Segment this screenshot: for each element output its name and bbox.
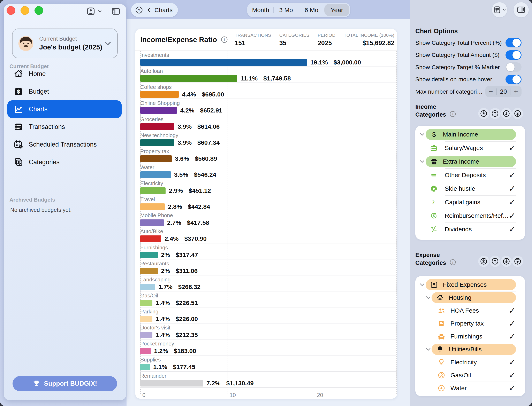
close-button[interactable] bbox=[7, 6, 15, 15]
help-icon[interactable]: ? bbox=[135, 6, 143, 14]
chart-row[interactable]: Doctor's visit 1.4% $212.35 bbox=[140, 324, 396, 340]
sidebar-item-categories[interactable]: Categories bbox=[7, 153, 122, 171]
chart-row[interactable]: Remainder 7.2% $1,130.49 bbox=[140, 372, 396, 388]
sidebar-item-charts[interactable]: Charts bbox=[7, 100, 122, 118]
expense-move-to-bottom-button[interactable] bbox=[478, 256, 489, 267]
bar bbox=[140, 252, 158, 258]
segment-month[interactable]: Month bbox=[248, 4, 273, 16]
stepper-decrement-button[interactable]: − bbox=[485, 88, 496, 96]
category-item-water[interactable]: Water ✓ bbox=[415, 382, 525, 394]
category-item-hoa-fees[interactable]: HOA Fees ✓ bbox=[415, 304, 525, 317]
app-window: Current Budget Joe's budget (2025) Curre… bbox=[0, 0, 532, 406]
category-group-utilities-bills[interactable]: Utilities/Bills bbox=[415, 343, 525, 356]
chart-row[interactable]: Auto/Bike 2.4% $370.90 bbox=[140, 227, 396, 243]
segment-3-mo[interactable]: 3 Mo bbox=[273, 4, 299, 16]
expense-move-up-button[interactable] bbox=[489, 256, 501, 267]
bar-amount-label: $268.32 bbox=[178, 283, 200, 290]
stepper-increment-button[interactable]: + bbox=[510, 88, 522, 96]
chart-row[interactable]: Landscaping 1.7% $268.32 bbox=[140, 276, 396, 291]
check-icon: ✓ bbox=[509, 370, 516, 380]
sidebar-item-transactions[interactable]: Transactions bbox=[7, 118, 122, 136]
category-group-pill[interactable]: Utilities/Bills bbox=[432, 344, 516, 355]
sidebar-item-budget[interactable]: $ Budget bbox=[7, 83, 122, 100]
chevron-down-icon[interactable] bbox=[419, 131, 425, 138]
category-group-main-income[interactable]: $ Main Income bbox=[415, 128, 525, 141]
info-icon[interactable]: i bbox=[450, 111, 456, 117]
bar-category-label: Supplies bbox=[140, 355, 396, 362]
chart-row[interactable]: Coffee shops 4.4% $695.00 bbox=[140, 83, 396, 99]
info-icon[interactable]: i bbox=[450, 259, 456, 266]
category-item-label: Furnishings bbox=[451, 333, 482, 340]
category-group-pill[interactable]: $ Main Income bbox=[426, 129, 516, 140]
bar bbox=[140, 348, 151, 354]
charts-back-pill[interactable]: ? Charts bbox=[131, 3, 178, 17]
chart-row[interactable]: Mobile Phone 2.7% $417.58 bbox=[140, 211, 396, 227]
toggle-show-category-total-amount-[interactable] bbox=[505, 50, 522, 60]
category-item-label: Property tax bbox=[451, 320, 484, 327]
toggle-right-panel-button[interactable] bbox=[514, 2, 529, 17]
income-move-up-button[interactable] bbox=[489, 108, 501, 119]
category-item-side-hustle[interactable]: Side hustle ✓ bbox=[415, 182, 525, 196]
chevron-down-icon[interactable] bbox=[419, 159, 425, 165]
category-group-pill[interactable]: Housing bbox=[432, 292, 516, 303]
chart-row[interactable]: Electricity 2.9% $451.12 bbox=[140, 179, 396, 195]
income-move-to-top-button[interactable] bbox=[512, 108, 523, 119]
segment-year[interactable]: Year bbox=[324, 4, 349, 16]
category-item-property-tax[interactable]: Property tax ✓ bbox=[415, 317, 525, 330]
view-options-button[interactable] bbox=[492, 2, 507, 17]
bar-amount-label: $3,000.00 bbox=[333, 59, 361, 66]
category-item-reimbursements-ref-[interactable]: $ Reimbursements/Ref… ✓ bbox=[415, 209, 525, 223]
chart-row[interactable]: Supplies 1.1% $177.45 bbox=[140, 355, 396, 371]
bar-percent-label: 4.2% bbox=[180, 107, 194, 114]
chart-row[interactable]: Groceries 3.9% $614.06 bbox=[140, 115, 396, 131]
category-item-other-deposits[interactable]: Other Deposits ✓ bbox=[415, 168, 525, 182]
chart-row[interactable]: Pocket money 1.2% $183.00 bbox=[140, 340, 396, 355]
bar bbox=[140, 284, 155, 290]
chevron-down-icon[interactable] bbox=[425, 295, 431, 301]
category-item-furnishings[interactable]: Furnishings ✓ bbox=[415, 330, 525, 343]
income-move-down-button[interactable] bbox=[501, 108, 512, 119]
profile-menu-button[interactable] bbox=[86, 7, 102, 16]
category-item-dividends[interactable]: Dividends ✓ bbox=[415, 223, 525, 236]
chart-row[interactable]: Property tax 3.6% $560.89 bbox=[140, 147, 396, 163]
chevron-down-icon[interactable] bbox=[425, 346, 431, 352]
sidebar-item-home[interactable]: Home bbox=[7, 65, 122, 83]
category-item-salary-wages[interactable]: Salary/Wages ✓ bbox=[415, 141, 525, 155]
chart-row[interactable]: Auto loan 11.1% $1,749.58 bbox=[140, 67, 396, 83]
chevron-down-icon[interactable] bbox=[419, 282, 425, 288]
sidebar-item-scheduled-transactions[interactable]: Scheduled Transactions bbox=[7, 136, 122, 153]
category-item-capital-gains[interactable]: Σ Capital gains ✓ bbox=[415, 196, 525, 209]
chart-row[interactable]: Online Shopping 4.2% $652.91 bbox=[140, 99, 396, 115]
segment-6-mo[interactable]: 6 Mo bbox=[299, 4, 324, 16]
budget-selector[interactable]: Current Budget Joe's budget (2025) bbox=[12, 29, 118, 58]
chart-row[interactable]: Travel 2.8% $442.84 bbox=[140, 195, 396, 211]
toggle-sidebar-button[interactable] bbox=[111, 7, 121, 16]
income-move-to-bottom-button[interactable] bbox=[478, 108, 489, 119]
bar bbox=[140, 107, 177, 114]
category-group-extra-income[interactable]: Extra Income bbox=[415, 155, 525, 168]
info-icon[interactable]: i bbox=[221, 36, 228, 43]
category-group-housing[interactable]: Housing bbox=[415, 291, 525, 304]
expense-move-to-top-button[interactable] bbox=[512, 256, 523, 267]
category-item-gas-oil[interactable]: Gas/Oil ✓ bbox=[415, 369, 525, 382]
zoom-button[interactable] bbox=[35, 6, 43, 15]
chart-row[interactable]: New technology 3.9% $607.34 bbox=[140, 131, 396, 147]
category-item-electricity[interactable]: Electricity ✓ bbox=[415, 356, 525, 369]
chart-row[interactable]: Water 3.5% $546.24 bbox=[140, 163, 396, 179]
toggle-show-category-total-percent-[interactable] bbox=[505, 38, 522, 47]
chart-row[interactable]: Parking 1.4% $226.00 bbox=[140, 307, 396, 324]
category-group-fixed-expenses[interactable]: Fixed Expenses bbox=[415, 278, 525, 291]
bar-amount-label: $226.00 bbox=[176, 315, 198, 322]
support-budgix-button[interactable]: Support BUDGIX! bbox=[13, 376, 117, 391]
chart-row[interactable]: Investments 19.1% $3,000.00 bbox=[140, 51, 396, 67]
chart-row[interactable]: Furnishings 2% $317.47 bbox=[140, 243, 396, 260]
category-group-pill[interactable]: Fixed Expenses bbox=[426, 279, 516, 290]
minimize-button[interactable] bbox=[21, 6, 29, 15]
chart-row[interactable]: Restaurants 2% $311.06 bbox=[140, 260, 396, 276]
toggle-show-details-on-mouse-hover[interactable] bbox=[505, 75, 522, 84]
chart-row[interactable]: Gas/Oil 1.4% $226.51 bbox=[140, 291, 396, 307]
check-icon: ✓ bbox=[509, 332, 516, 341]
category-group-pill[interactable]: Extra Income bbox=[426, 156, 516, 167]
toggle-show-category-target-marker[interactable] bbox=[505, 62, 522, 72]
expense-move-down-button[interactable] bbox=[501, 256, 512, 267]
